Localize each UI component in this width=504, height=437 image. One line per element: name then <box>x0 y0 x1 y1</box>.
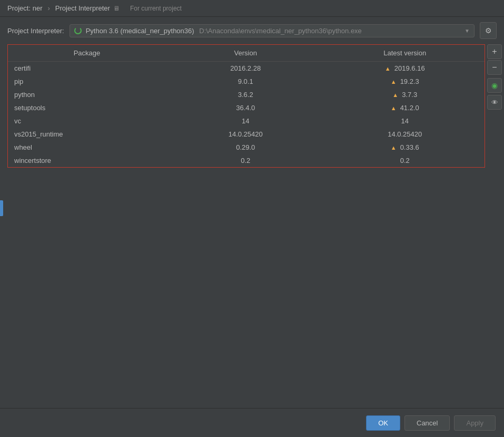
cell-version: 3.6.2 <box>166 90 325 100</box>
table-row[interactable]: wheel0.29.0▲ 0.33.6 <box>8 141 485 154</box>
cell-version: 0.29.0 <box>166 142 325 152</box>
col-header-version: Version <box>166 48 325 58</box>
monitor-icon: 🖥 <box>113 5 120 12</box>
cancel-button[interactable]: Cancel <box>404 415 450 431</box>
breadcrumb-current: Project Interpreter <box>55 4 110 12</box>
cell-package: python <box>8 90 166 100</box>
table-row[interactable]: setuptools36.4.0▲ 41.2.0 <box>8 101 485 114</box>
table-row[interactable]: certifi2016.2.28▲ 2019.6.16 <box>8 62 485 75</box>
col-header-latest: Latest version <box>325 48 485 58</box>
interpreter-dropdown[interactable]: Python 3.6 (medical_ner_python36) D:\Ana… <box>70 24 475 37</box>
breadcrumb-project: Project: ner <box>7 4 42 12</box>
minus-icon: − <box>492 63 497 72</box>
cell-package: wheel <box>8 142 166 152</box>
cell-package: certifi <box>8 63 166 73</box>
table-row[interactable]: wincertstore0.20.2 <box>8 154 485 167</box>
eye-button[interactable]: 👁 <box>487 95 502 110</box>
header: Project: ner › Project Interpreter 🖥 For… <box>0 0 504 17</box>
cell-package: vc <box>8 116 166 126</box>
cell-latest: 14.0.25420 <box>325 129 485 139</box>
dropdown-arrow-icon: ▼ <box>465 28 470 34</box>
upgrade-arrow-icon: ▲ <box>385 65 392 72</box>
upgrade-arrow-icon: ▲ <box>391 79 398 85</box>
col-header-package: Package <box>8 48 166 58</box>
cell-version: 0.2 <box>166 156 325 166</box>
settings-button[interactable]: ⚙ <box>480 22 497 39</box>
scroll-up-button[interactable]: ◉ <box>487 78 502 93</box>
cell-package: setuptools <box>8 103 166 113</box>
breadcrumb-separator: › <box>47 4 50 12</box>
cell-package: wincertstore <box>8 156 166 166</box>
table-row[interactable]: python3.6.2▲ 3.7.3 <box>8 88 485 101</box>
table-row[interactable]: vc1414 <box>8 114 485 128</box>
cell-package: pip <box>8 76 166 86</box>
packages-table: Package Version Latest version certifi20… <box>7 44 485 168</box>
cell-latest: 14 <box>325 116 485 126</box>
for-current-label: For current project <box>130 5 182 12</box>
ok-button[interactable]: OK <box>366 415 400 431</box>
interpreter-text: Python 3.6 (medical_ner_python36) D:\Ana… <box>86 27 461 35</box>
side-buttons: + − ◉ 👁 <box>485 44 502 168</box>
upgrade-arrow-icon: ▲ <box>391 144 398 151</box>
table-row[interactable]: vs2015_runtime14.0.2542014.0.25420 <box>8 128 485 141</box>
cell-version: 2016.2.28 <box>166 63 325 73</box>
add-package-button[interactable]: + <box>487 44 502 59</box>
cell-latest: ▲ 0.33.6 <box>325 142 485 152</box>
table-section: Package Version Latest version certifi20… <box>0 44 504 168</box>
cell-package: vs2015_runtime <box>8 129 166 139</box>
footer: OK Cancel Apply <box>0 408 504 437</box>
cell-latest: ▲ 19.2.3 <box>325 76 485 86</box>
interpreter-label: Project Interpreter: <box>7 27 64 35</box>
cell-latest: ▲ 41.2.0 <box>325 103 485 113</box>
table-body: certifi2016.2.28▲ 2019.6.16pip9.0.1▲ 19.… <box>8 62 485 167</box>
plus-icon: + <box>492 47 497 56</box>
cell-version: 36.4.0 <box>166 103 325 113</box>
upgrade-arrow-icon: ▲ <box>392 92 400 98</box>
interpreter-row: Project Interpreter: Python 3.6 (medical… <box>0 17 504 44</box>
remove-package-button[interactable]: − <box>487 60 502 75</box>
scroll-up-icon: ◉ <box>491 81 498 90</box>
left-accent-bar <box>0 200 3 216</box>
cell-latest: ▲ 2019.6.16 <box>325 63 485 73</box>
table-header: Package Version Latest version <box>8 45 485 62</box>
gear-icon: ⚙ <box>485 26 492 35</box>
upgrade-arrow-icon: ▲ <box>391 105 398 111</box>
table-row[interactable]: pip9.0.1▲ 19.2.3 <box>8 75 485 88</box>
cell-latest: ▲ 3.7.3 <box>325 90 485 100</box>
cell-version: 9.0.1 <box>166 76 325 86</box>
eye-icon: 👁 <box>491 99 498 106</box>
cell-version: 14.0.25420 <box>166 129 325 139</box>
interpreter-status-dot <box>74 27 82 34</box>
cell-version: 14 <box>166 116 325 126</box>
cell-latest: 0.2 <box>325 156 485 166</box>
apply-button[interactable]: Apply <box>454 415 496 431</box>
